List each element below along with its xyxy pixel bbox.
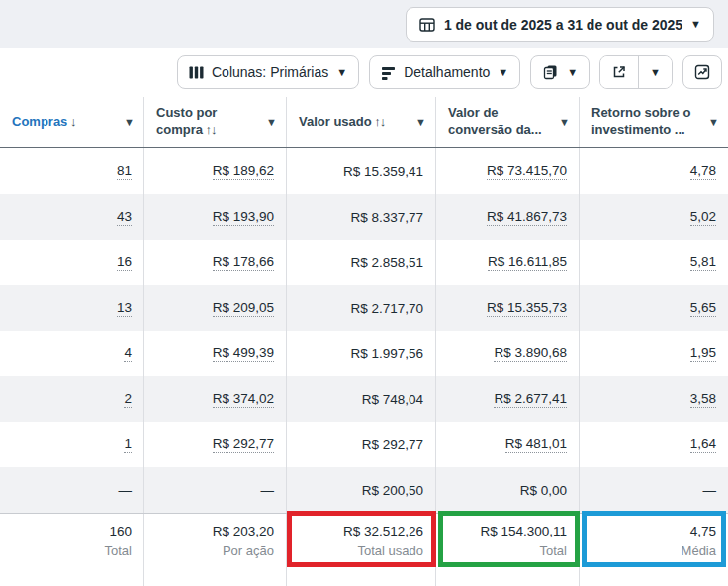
column-menu-caret-icon[interactable]: ▼ <box>124 117 135 128</box>
date-range-label: 1 de out de 2025 a 31 de out de 2025 <box>444 17 682 33</box>
table-cell-compras: 1 <box>0 422 144 467</box>
column-header-label: Compras ↓ <box>12 114 75 131</box>
cell-value[interactable]: 43 <box>117 209 132 226</box>
reports-button[interactable]: ▼ <box>530 55 590 89</box>
cell-value[interactable]: 4 <box>124 345 132 362</box>
cell-value[interactable]: R$ 374,02 <box>213 391 274 408</box>
column-header-custo-por-compra[interactable]: Custo por compra ↑↓▼ <box>144 97 287 146</box>
cell-value[interactable]: R$ 15.355,73 <box>487 300 567 317</box>
table-cell-valor-usado: R$ 2.858,51 <box>287 240 436 285</box>
table-cell-retorno: 1,64 <box>580 422 728 467</box>
totals-cell-custo-por-compra: R$ 203,20Por ação <box>144 514 287 586</box>
cell-value[interactable]: 1,95 <box>690 345 716 362</box>
column-header-retorno[interactable]: Retorno sobre o investimento ...▼ <box>580 97 728 146</box>
cell-value[interactable]: R$ 499,39 <box>213 345 274 362</box>
totals-value: 4,75 <box>690 522 716 541</box>
columns-button-label: Colunas: Primárias <box>212 64 328 80</box>
cell-value[interactable]: 13 <box>117 300 132 317</box>
totals-label: Média <box>682 541 716 560</box>
column-menu-caret-icon[interactable]: ▼ <box>559 117 570 128</box>
chevron-down-icon: ▼ <box>567 67 578 78</box>
cell-value[interactable]: 5,02 <box>690 209 716 226</box>
table-row: 1R$ 292,77R$ 292,77R$ 481,011,64 <box>0 422 728 467</box>
table-cell-valor-conversao: R$ 0,00 <box>436 467 580 513</box>
cell-value[interactable]: 5,65 <box>690 300 716 317</box>
cell-value[interactable]: R$ 2.677,41 <box>494 391 567 408</box>
table-cell-retorno: 1,95 <box>580 331 728 376</box>
table-cell-compras: — <box>0 467 144 513</box>
totals-value: 160 <box>109 522 132 541</box>
export-icon <box>611 64 627 80</box>
cell-value[interactable]: R$ 481,01 <box>505 437 567 453</box>
column-header-valor-conversao[interactable]: Valor de conversão da...▼ <box>436 97 580 146</box>
table-totals-row: 160TotalR$ 203,20Por açãoR$ 32.512,26Tot… <box>0 513 728 586</box>
column-menu-caret-icon[interactable]: ▼ <box>415 117 426 128</box>
totals-cell-retorno: 4,75Média <box>580 514 728 586</box>
cell-value[interactable]: R$ 292,77 <box>213 437 274 453</box>
table-cell-retorno: — <box>580 467 728 513</box>
cell-value[interactable]: R$ 3.890,68 <box>494 345 567 362</box>
totals-cell-compras: 160Total <box>0 514 144 586</box>
table-cell-retorno: 4,78 <box>580 148 728 194</box>
cell-value[interactable]: 16 <box>117 254 132 271</box>
charts-button[interactable] <box>682 55 722 89</box>
column-header-label: Valor usado ↑↓ <box>299 114 385 131</box>
sort-arrows-icon: ↓ <box>67 114 75 129</box>
cell-value[interactable]: R$ 178,66 <box>213 254 274 271</box>
cell-value: — <box>119 483 133 498</box>
column-menu-caret-icon[interactable]: ▼ <box>266 117 277 128</box>
column-header-valor-usado[interactable]: Valor usado ↑↓▼ <box>287 97 436 146</box>
cell-value[interactable]: 4,78 <box>690 163 716 180</box>
cell-value[interactable]: 3,58 <box>690 391 716 408</box>
cell-value[interactable]: R$ 73.415,70 <box>487 163 567 180</box>
export-options-button[interactable]: ▼ <box>638 56 672 88</box>
calendar-icon <box>418 16 436 34</box>
table-cell-custo-por-compra: R$ 189,62 <box>144 148 287 194</box>
cell-value[interactable]: R$ 209,05 <box>213 300 274 317</box>
table-cell-custo-por-compra: R$ 374,02 <box>144 376 287 422</box>
totals-label: Por ação <box>223 541 274 560</box>
table-cell-custo-por-compra: R$ 292,77 <box>144 422 287 467</box>
column-header-compras[interactable]: Compras ↓▼ <box>0 97 144 146</box>
cell-value[interactable]: 5,81 <box>690 254 716 271</box>
cell-value[interactable]: R$ 16.611,85 <box>488 254 567 271</box>
column-header-label: Custo por compra ↑↓ <box>156 105 264 139</box>
table-cell-valor-conversao: R$ 73.415,70 <box>436 148 580 194</box>
cell-value: R$ 200,50 <box>362 483 423 498</box>
cell-value: R$ 8.337,77 <box>350 210 423 225</box>
sort-arrows-icon: ↑↓ <box>372 114 386 129</box>
export-button[interactable] <box>600 56 638 88</box>
cell-value: R$ 0,00 <box>520 483 567 498</box>
table-cell-valor-usado: R$ 292,77 <box>287 422 436 467</box>
columns-button[interactable]: Colunas: Primárias ▼ <box>177 55 359 89</box>
table-cell-valor-usado: R$ 8.337,77 <box>287 194 436 240</box>
table-cell-valor-conversao: R$ 41.867,73 <box>436 194 580 240</box>
cell-value[interactable]: R$ 41.867,73 <box>487 209 567 226</box>
table-cell-valor-usado: R$ 748,04 <box>287 376 436 422</box>
cell-value[interactable]: R$ 189,62 <box>213 163 274 180</box>
table-body: 81R$ 189,62R$ 15.359,41R$ 73.415,704,784… <box>0 148 728 513</box>
table-row: 16R$ 178,66R$ 2.858,51R$ 16.611,855,81 <box>0 240 728 285</box>
breakdown-button[interactable]: Detalhamento ▼ <box>369 55 520 89</box>
totals-cell-valor-conversao: R$ 154.300,11Total <box>436 514 580 586</box>
cell-value[interactable]: R$ 193,90 <box>213 209 274 226</box>
cell-value: R$ 2.858,51 <box>350 255 423 270</box>
table-cell-retorno: 5,02 <box>580 194 728 240</box>
date-range-button[interactable]: 1 de out de 2025 a 31 de out de 2025 ▼ <box>406 7 714 42</box>
cell-value[interactable]: 2 <box>124 391 132 408</box>
cell-value[interactable]: 1,64 <box>690 437 716 453</box>
table-cell-compras: 81 <box>0 148 144 194</box>
totals-value: R$ 154.300,11 <box>480 522 567 541</box>
table-cell-custo-por-compra: R$ 178,66 <box>144 240 287 285</box>
totals-label: Total <box>540 541 567 560</box>
export-button-group: ▼ <box>599 55 673 89</box>
cell-value[interactable]: 1 <box>124 437 132 453</box>
reports-icon <box>542 64 559 81</box>
totals-value: R$ 203,20 <box>213 522 274 541</box>
top-bar: 1 de out de 2025 a 31 de out de 2025 ▼ <box>0 0 728 48</box>
table-cell-valor-conversao: R$ 15.355,73 <box>436 285 580 331</box>
column-menu-caret-icon[interactable]: ▼ <box>708 117 719 128</box>
table-cell-valor-conversao: R$ 481,01 <box>436 422 580 467</box>
cell-value[interactable]: 81 <box>117 163 132 180</box>
table-cell-valor-conversao: R$ 3.890,68 <box>436 331 580 376</box>
